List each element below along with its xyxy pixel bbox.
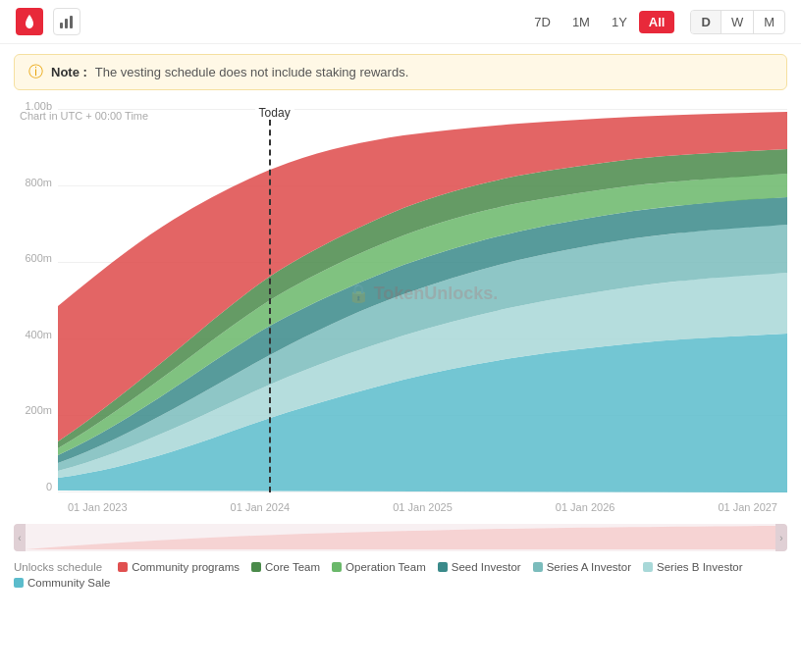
svg-rect-0 xyxy=(60,23,63,28)
res-d[interactable]: D xyxy=(691,11,721,33)
bar-chart-icon[interactable] xyxy=(53,8,80,35)
logo-icon[interactable] xyxy=(16,8,43,35)
today-label: Today xyxy=(255,106,294,120)
chart-area: Today 🔒 TokenUnlocks. xyxy=(58,110,787,492)
top-bar: 7D 1M 1Y All D W M xyxy=(0,0,801,44)
time-7d[interactable]: 7D xyxy=(524,11,561,33)
chart-container: Chart in UTC + 00:00 Time 0 200m 400m 60… xyxy=(14,100,787,522)
legend-item-series-b: Series B Investor xyxy=(643,561,743,573)
x-axis: 01 Jan 2023 01 Jan 2024 01 Jan 2025 01 J… xyxy=(58,492,787,522)
note-label: Note : xyxy=(51,65,87,79)
scrollbar-right-handle[interactable]: › xyxy=(775,524,787,551)
legend-item-series-a: Series A Investor xyxy=(533,561,631,573)
today-line xyxy=(269,110,271,492)
note-icon: ⓘ xyxy=(28,63,43,81)
time-all[interactable]: All xyxy=(639,11,675,33)
svg-rect-2 xyxy=(70,16,73,28)
unlocks-label: Unlocks schedule xyxy=(14,561,102,573)
res-w[interactable]: W xyxy=(721,11,754,33)
legend-item-seed-investor: Seed Investor xyxy=(438,561,521,573)
res-m[interactable]: M xyxy=(754,11,784,33)
legend: Unlocks schedule Community programs Core… xyxy=(0,555,801,594)
scrollbar-left-handle[interactable]: ‹ xyxy=(14,524,26,551)
legend-item-community-programs: Community programs xyxy=(118,561,240,573)
legend-item-community-sale: Community Sale xyxy=(14,577,110,589)
note-bar: ⓘ Note : The vesting schedule does not i… xyxy=(14,54,787,90)
legend-item-core-team: Core Team xyxy=(251,561,320,573)
time-1m[interactable]: 1M xyxy=(562,11,600,33)
time-1y[interactable]: 1Y xyxy=(602,11,637,33)
svg-rect-1 xyxy=(65,19,68,28)
time-resolution-controls: 7D 1M 1Y All D W M xyxy=(524,10,785,34)
note-text: The vesting schedule does not include st… xyxy=(95,65,408,79)
y-axis: 0 200m 400m 600m 800m 1.00b xyxy=(14,100,58,492)
legend-item-operation-team: Operation Team xyxy=(332,561,426,573)
scrollbar-track[interactable]: ‹ › xyxy=(14,524,787,551)
